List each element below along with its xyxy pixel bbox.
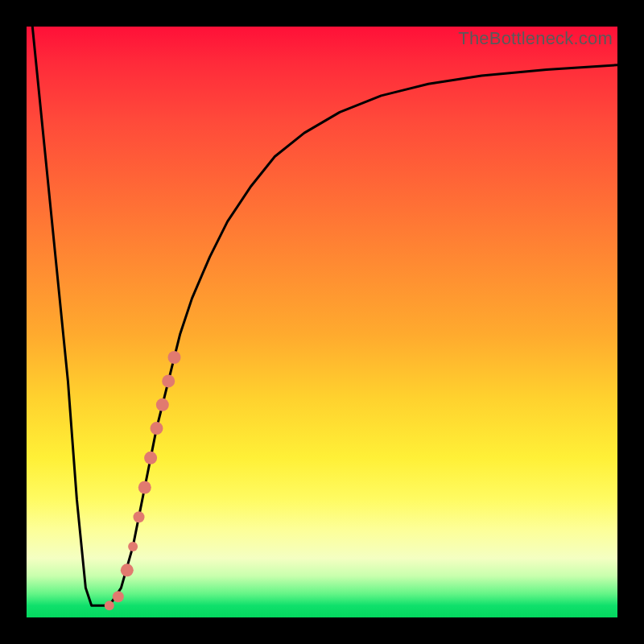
highlight-dot: [105, 601, 114, 610]
highlight-dot: [144, 452, 157, 464]
highlight-dot: [138, 481, 151, 494]
highlight-dot: [134, 511, 145, 522]
highlight-dot: [162, 374, 175, 387]
highlight-dot: [151, 422, 163, 435]
plot-area: TheBottleneck.com: [27, 27, 617, 617]
highlight-dot: [156, 398, 169, 411]
highlight-dots-group: [105, 351, 181, 610]
highlight-dot: [168, 351, 181, 364]
bottleneck-curve: [32, 27, 617, 605]
highlight-dot: [128, 542, 138, 551]
chart-svg: [27, 27, 617, 617]
chart-frame: TheBottleneck.com: [0, 0, 644, 644]
highlight-dot: [121, 564, 134, 576]
highlight-dot: [113, 591, 124, 602]
